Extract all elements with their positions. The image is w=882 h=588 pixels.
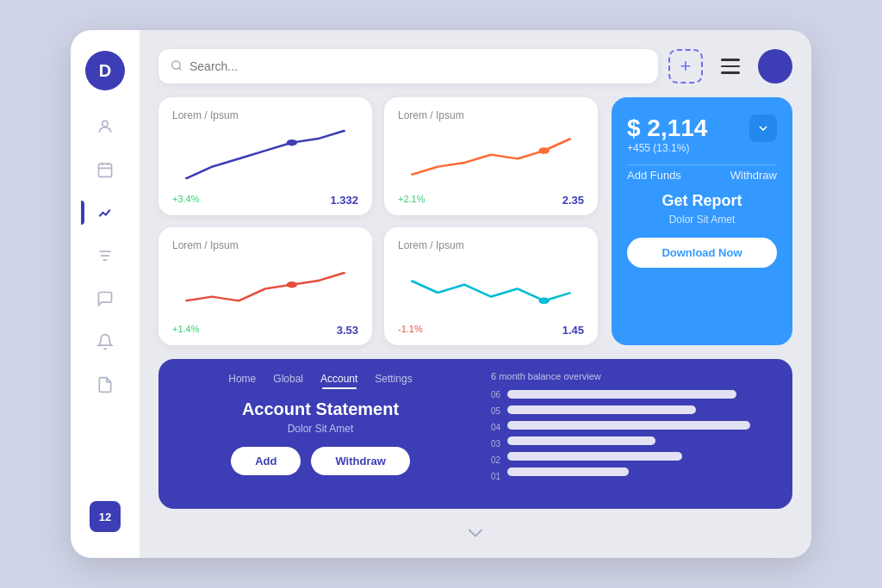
nav-item-global[interactable]: Global	[273, 373, 303, 389]
chart-val-2: 2.35	[562, 194, 584, 207]
chart-pct-1: +3.4%	[172, 194, 200, 207]
chart-stats-1: +3.4% 1.332	[172, 194, 358, 207]
add-button-bottom[interactable]: Add	[231, 447, 301, 475]
nav-underline	[322, 387, 357, 389]
bar-row-5	[507, 452, 777, 461]
svg-point-0	[102, 121, 109, 127]
sidebar-icons	[93, 115, 117, 501]
chart-val-1: 1.332	[330, 194, 358, 207]
bar-label-01: 01	[491, 472, 500, 481]
chart-title-1: Lorem / Ipsum	[172, 109, 358, 121]
add-button[interactable]: +	[668, 49, 703, 84]
dashboard: D	[71, 30, 811, 558]
withdraw-label[interactable]: Withdraw	[730, 169, 777, 182]
svg-point-8	[172, 60, 180, 68]
blue-card-amount: $ 2,114	[627, 115, 707, 142]
bar-label-03: 03	[491, 439, 500, 449]
bar-fill-5	[507, 452, 682, 461]
bar-row-1	[507, 390, 777, 399]
chart-pct-2: +2.1%	[398, 194, 425, 207]
bar-row-3	[507, 421, 777, 430]
sidebar-icon-bell[interactable]	[93, 330, 117, 354]
add-funds-label[interactable]: Add Funds	[627, 169, 681, 182]
bar-row-2	[507, 405, 777, 414]
bar-fill-3	[507, 421, 750, 430]
blue-card-change: +455 (13.1%)	[627, 142, 707, 154]
download-now-button[interactable]: Download Now	[627, 238, 777, 268]
svg-rect-1	[99, 164, 112, 176]
main-content: + Lorem / Ipsum	[140, 30, 811, 558]
svg-point-10	[287, 139, 297, 145]
chevron-down-icon[interactable]	[749, 115, 777, 142]
sidebar-badge[interactable]: 12	[90, 501, 121, 532]
sidebar-icon-chat[interactable]	[93, 287, 117, 311]
nav-item-settings[interactable]: Settings	[375, 373, 412, 389]
chart-pct-4: -1.1%	[398, 324, 423, 337]
blue-card-actions: Add Funds Withdraw	[627, 164, 777, 182]
bottom-subtitle: Dolor Sit Amet	[288, 423, 354, 435]
blue-card-report: Get Report Dolor Sit Amet Download Now	[627, 192, 777, 268]
bar-chart: 06 05 04 03 02 01	[491, 390, 777, 497]
report-title: Get Report	[627, 192, 777, 210]
sidebar-icon-filter[interactable]	[93, 244, 117, 268]
bottom-nav: Home Global Account Settings	[228, 373, 412, 389]
hamburger-line-3	[721, 71, 740, 74]
header-avatar[interactable]	[758, 49, 792, 84]
bottom-title: Account Statement	[242, 399, 399, 419]
bottom-right: 6 month balance overview 06 05 04 03 02 …	[482, 359, 792, 509]
chart-card-4: Lorem / Ipsum -1.1% 1.45	[384, 227, 598, 345]
chart-stats-4: -1.1% 1.45	[398, 324, 584, 337]
chart-card-3: Lorem / Ipsum +1.4% 3.53	[158, 227, 372, 345]
bottom-left: Home Global Account Settings Account Sta…	[158, 359, 482, 509]
chart-pct-3: +1.4%	[172, 324, 200, 337]
sidebar-icon-chart[interactable]	[93, 201, 117, 225]
bar-fill-4	[507, 436, 655, 445]
bottom-section: Home Global Account Settings Account Sta…	[158, 359, 792, 509]
bar-fill-1	[507, 390, 736, 399]
bottom-buttons: Add Withdraw	[231, 447, 410, 475]
chart-svg-1	[172, 127, 358, 187]
chart-stats-3: +1.4% 3.53	[172, 324, 358, 337]
report-subtitle: Dolor Sit Amet	[627, 214, 777, 226]
nav-item-home[interactable]: Home	[228, 373, 256, 389]
charts-grid: Lorem / Ipsum +3.4% 1.332 Lorem / Ipsum	[158, 97, 598, 345]
scroll-down-icon[interactable]	[158, 524, 792, 542]
chart-overview-title: 6 month balance overview	[491, 371, 777, 381]
svg-point-11	[539, 147, 550, 153]
blue-card: $ 2,114 +455 (13.1%) Add Funds Withdraw …	[612, 97, 792, 345]
search-icon	[171, 59, 183, 74]
chart-val-4: 1.45	[562, 324, 584, 337]
chart-card-1: Lorem / Ipsum +3.4% 1.332	[158, 97, 372, 215]
bar-row-4	[507, 436, 777, 445]
avatar[interactable]: D	[85, 51, 125, 90]
chart-svg-4	[398, 257, 584, 317]
chart-val-3: 3.53	[337, 324, 358, 337]
nav-item-account[interactable]: Account	[320, 373, 357, 389]
bar-labels: 06 05 04 03 02 01	[491, 390, 500, 497]
chart-svg-2	[398, 127, 584, 187]
sidebar: D	[71, 30, 140, 558]
chart-title-4: Lorem / Ipsum	[398, 239, 584, 251]
bar-label-05: 05	[491, 406, 500, 416]
bar-label-02: 02	[491, 455, 500, 465]
chart-stats-2: +2.1% 2.35	[398, 194, 584, 207]
svg-point-13	[539, 298, 550, 304]
header: +	[158, 49, 792, 84]
blue-card-top: $ 2,114 +455 (13.1%)	[627, 115, 777, 154]
menu-button[interactable]	[713, 49, 748, 84]
charts-section: Lorem / Ipsum +3.4% 1.332 Lorem / Ipsum	[158, 97, 598, 345]
svg-point-12	[287, 282, 297, 288]
chart-title-2: Lorem / Ipsum	[398, 109, 584, 121]
bar-row-6	[507, 467, 777, 476]
hamburger-line-1	[721, 59, 740, 61]
svg-line-9	[179, 67, 182, 70]
chart-card-2: Lorem / Ipsum +2.1% 2.35	[384, 97, 598, 215]
sidebar-icon-file[interactable]	[93, 373, 117, 397]
withdraw-button-bottom[interactable]: Withdraw	[311, 447, 409, 475]
bar-label-04: 04	[491, 423, 500, 432]
content-area: Lorem / Ipsum +3.4% 1.332 Lorem / Ipsum	[158, 97, 792, 345]
search-bar	[158, 49, 658, 84]
search-input[interactable]	[189, 59, 646, 73]
sidebar-icon-calendar[interactable]	[93, 158, 117, 182]
sidebar-icon-user[interactable]	[93, 115, 117, 139]
